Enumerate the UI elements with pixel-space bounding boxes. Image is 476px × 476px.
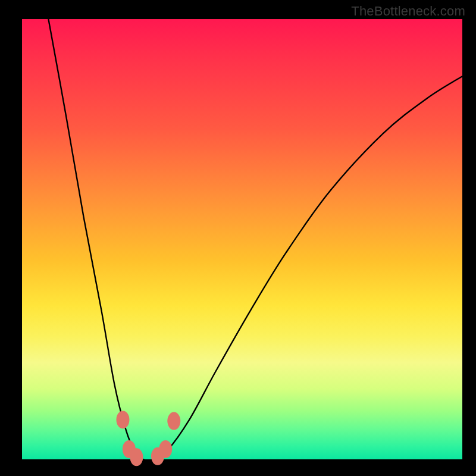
curve-svg (22, 19, 462, 459)
curve-markers (116, 411, 180, 466)
chart-frame: TheBottleneck.com (0, 0, 476, 476)
curve-path (48, 19, 462, 461)
watermark-text: TheBottleneck.com (351, 4, 465, 19)
plot-area (22, 19, 462, 459)
marker-dot (116, 411, 129, 428)
bottleneck-curve (48, 19, 462, 461)
marker-dot (167, 412, 180, 430)
marker-dot (159, 440, 172, 458)
marker-dot (130, 448, 143, 466)
